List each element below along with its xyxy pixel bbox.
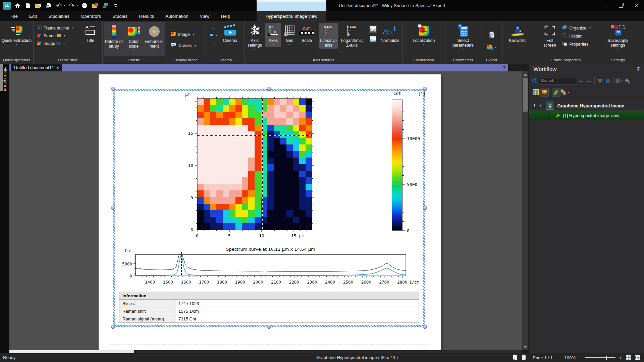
menu-item-studies[interactable]: Studies (107, 11, 133, 21)
scale-button[interactable]: 2 µm Scale▾ (298, 23, 316, 47)
document-tab[interactable]: Untitled document1* × (11, 64, 62, 71)
axis-settings-button[interactable]: Axis settings▾ (245, 23, 265, 52)
export-document-button[interactable] (488, 32, 495, 40)
qat-customize-icon[interactable] (112, 2, 119, 9)
menu-item-studiables[interactable]: Studiables (43, 11, 75, 21)
zoom-slider-thumb[interactable] (606, 356, 607, 360)
horizontal-scroll-thumb[interactable] (9, 350, 134, 353)
cursor-crosshair-horizontal[interactable] (197, 135, 312, 136)
new-document-icon[interactable] (24, 2, 32, 9)
cinema-button[interactable]: Cinema▾ (219, 23, 241, 47)
hidden-button[interactable]: Hidden (561, 33, 592, 39)
menu-item-edit[interactable]: Edit (23, 11, 43, 21)
multi-page-view-icon[interactable] (521, 354, 526, 361)
search-input[interactable] (539, 77, 577, 84)
save-apply-settings-button[interactable]: Save/apply settings▾ (601, 23, 635, 52)
menu-item-view[interactable]: View (194, 11, 215, 21)
minimize-button[interactable]: — (598, 0, 613, 11)
vertical-scrollbar[interactable] (522, 71, 528, 350)
selection-handle[interactable] (111, 87, 115, 91)
next-slice-icon[interactable]: → (210, 40, 216, 44)
workflow-tree-selected-row[interactable]: [1] Hyperspectral image view (529, 111, 644, 120)
fit-page-icon[interactable] (626, 355, 631, 360)
collapse-all-icon[interactable] (596, 77, 604, 85)
undo-dropdown-caret-icon[interactable]: ▾ (64, 4, 65, 7)
curves-display-button[interactable]: Curves▾ (170, 43, 198, 49)
zoom-out-icon[interactable]: − (579, 355, 582, 360)
tab-list-caret-icon[interactable]: ▼ (502, 65, 506, 69)
show-mean-spectrum-button[interactable] (369, 25, 377, 33)
spectrum-plot[interactable] (131, 251, 413, 280)
menu-item-results[interactable]: Results (133, 11, 160, 21)
expand-all-icon[interactable] (604, 77, 612, 85)
open-image-icon[interactable] (91, 2, 99, 9)
show-pixel-spectrum-button[interactable] (369, 35, 377, 43)
operators-filter-icon[interactable] (552, 88, 560, 97)
menu-item-automation[interactable]: Automation (160, 11, 194, 21)
save-document-icon[interactable] (45, 2, 52, 9)
organize-button[interactable]: Organize▾ (561, 25, 592, 31)
palette-of-study-button[interactable]: Palette of study▾ (104, 24, 124, 53)
restore-button[interactable] (613, 0, 629, 11)
panel-grip[interactable] (0, 64, 3, 91)
select-parameters-button[interactable]: ? Select parameters▾ (447, 23, 480, 52)
close-button[interactable]: × (629, 0, 644, 11)
fit-width-icon[interactable] (635, 355, 640, 360)
enhancement-button[interactable]: Enhance-ment▾ (143, 24, 165, 53)
zoom-in-icon[interactable]: + (619, 355, 622, 360)
studies-filter-icon[interactable] (540, 88, 549, 97)
axes-button[interactable]: YX Axes▾ (265, 23, 281, 47)
pin-icon[interactable] (636, 66, 641, 73)
history-back-icon[interactable]: ← (577, 77, 585, 85)
selection-handle[interactable] (111, 325, 115, 329)
close-tab-icon[interactable]: × (56, 65, 59, 70)
scroll-up-icon[interactable] (524, 73, 527, 76)
workflow-settings-icon[interactable] (623, 77, 631, 85)
image-display-button[interactable]: Image▾ (170, 32, 196, 38)
tree-expand-caret-icon[interactable]: ▼ (539, 104, 542, 107)
image-fill-button[interactable]: Image fill▾ (35, 40, 75, 47)
previous-slice-icon[interactable]: ← (210, 25, 216, 29)
open-document-icon[interactable] (35, 2, 42, 9)
save-image-icon[interactable] (102, 2, 109, 9)
logarithmic-z-axis-button[interactable]: LOG Logarithmic Z-axis (338, 23, 365, 49)
horizontal-scrollbar[interactable] (9, 350, 522, 353)
results-filter-icon[interactable]: ▾ (560, 88, 569, 97)
file-explorer-tab[interactable]: File explorer (3, 66, 8, 92)
selection-handle[interactable] (423, 87, 427, 91)
export-image-button[interactable]: ▾ (487, 44, 496, 50)
normalize-button[interactable]: Normalize (378, 23, 402, 44)
grid-button[interactable]: Grid▾ (282, 23, 297, 47)
zoom-slider[interactable] (585, 357, 615, 358)
frame-outline-button[interactable]: Frame outline▾ (35, 25, 75, 31)
redo-icon[interactable]: ↷ (68, 2, 75, 9)
single-page-view-icon[interactable] (513, 354, 518, 361)
tab-hyperspectral-image-view[interactable]: Hyperspectral image view (257, 11, 326, 21)
menu-item-operators[interactable]: Operators (75, 11, 107, 21)
selection-handle[interactable] (423, 325, 427, 329)
localization-button[interactable]: Localization▾ (406, 23, 442, 47)
full-screen-button[interactable]: Full screen (540, 23, 559, 49)
frame-fill-button[interactable]: Frame fill▾ (35, 33, 75, 39)
cinema-mini-icon[interactable]: ▾ (209, 32, 217, 38)
document-canvas[interactable]: [1] 051015 µm051015µm Cnt 1000050000 Spe… (9, 71, 522, 350)
studiables-filter-icon[interactable] (531, 88, 540, 97)
scroll-down-icon[interactable] (524, 346, 527, 348)
quick-extraction-button[interactable]: Quick extraction▾ (1, 23, 33, 47)
properties-button[interactable]: Properties (561, 41, 592, 47)
redo-dropdown-caret-icon[interactable]: ▾ (76, 4, 78, 7)
color-scale-button[interactable]: Color scale▾ (125, 24, 143, 53)
history-forward-icon[interactable]: → (585, 77, 593, 85)
selection-handle[interactable] (111, 206, 115, 210)
cursor-crosshair-vertical[interactable] (262, 99, 263, 230)
title-button[interactable]: A Title (80, 23, 101, 44)
tree-root-label[interactable]: Graphene Hyperspectral image (557, 103, 624, 108)
menu-item-help[interactable]: Help (215, 11, 236, 21)
print-icon[interactable] (81, 2, 88, 9)
undo-icon[interactable]: ↶ (55, 2, 63, 9)
menu-item-file[interactable]: File (5, 11, 23, 21)
selection-handle[interactable] (267, 325, 271, 329)
home-icon[interactable] (14, 2, 21, 9)
linear-z-axis-button[interactable]: LIN Linear Z-axis (319, 23, 338, 49)
workflow-tree-root-row[interactable]: 1 ▼ Graphene Hyperspectral image (529, 101, 644, 111)
